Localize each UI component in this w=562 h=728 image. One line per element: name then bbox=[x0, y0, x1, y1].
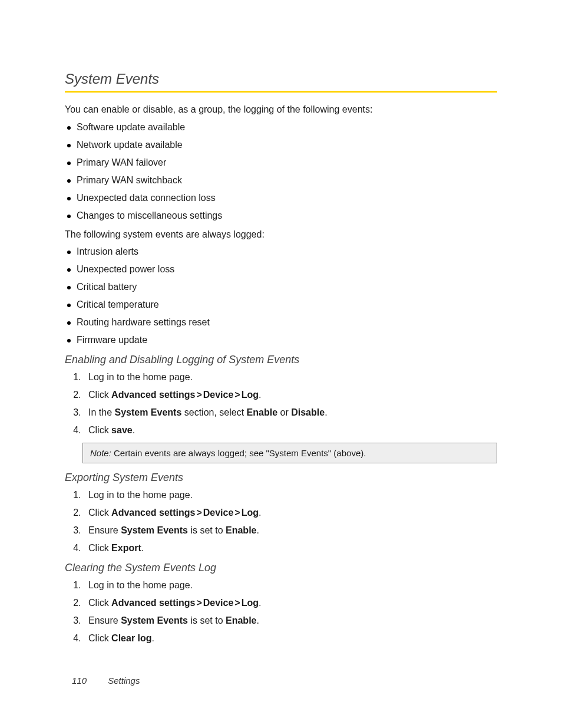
footer-section: Settings bbox=[108, 676, 140, 686]
list-item: Critical temperature bbox=[65, 299, 497, 310]
page-number: 110 bbox=[72, 676, 87, 686]
note-label: Note: bbox=[90, 448, 111, 458]
step-item: Click Export. bbox=[84, 543, 497, 554]
note-box: Note: Certain events are always logged; … bbox=[82, 443, 497, 463]
enable-steps: Log in to the home page. Click Advanced … bbox=[65, 372, 497, 436]
always-intro-paragraph: The following system events are always l… bbox=[65, 228, 497, 241]
section-heading-enable: Enabling and Disabling Logging of System… bbox=[65, 354, 497, 366]
list-item: Firmware update bbox=[65, 335, 497, 345]
always-logged-list: Intrusion alerts Unexpected power loss C… bbox=[65, 246, 497, 345]
step-item: Click Advanced settings>Device>Log. bbox=[84, 508, 497, 518]
list-item: Primary WAN failover bbox=[65, 157, 497, 168]
list-item: Unexpected power loss bbox=[65, 264, 497, 275]
document-page: System Events You can enable or disable,… bbox=[0, 0, 562, 644]
title-rule bbox=[65, 91, 497, 93]
list-item: Changes to miscellaneous settings bbox=[65, 210, 497, 221]
step-item: Click save. bbox=[84, 425, 497, 436]
step-item: Ensure System Events is set to Enable. bbox=[84, 615, 497, 626]
list-item: Intrusion alerts bbox=[65, 246, 497, 257]
list-item: Critical battery bbox=[65, 282, 497, 292]
list-item: Unexpected data connection loss bbox=[65, 193, 497, 203]
list-item: Primary WAN switchback bbox=[65, 175, 497, 186]
step-item: Ensure System Events is set to Enable. bbox=[84, 525, 497, 536]
page-footer: 110 Settings bbox=[72, 676, 140, 686]
step-item: Log in to the home page. bbox=[84, 372, 497, 383]
step-item: Click Clear log. bbox=[84, 633, 497, 644]
intro-paragraph: You can enable or disable, as a group, t… bbox=[65, 103, 497, 116]
toggleable-events-list: Software update available Network update… bbox=[65, 122, 497, 221]
list-item: Routing hardware settings reset bbox=[65, 317, 497, 328]
step-item: Log in to the home page. bbox=[84, 490, 497, 500]
step-item: Click Advanced settings>Device>Log. bbox=[84, 390, 497, 400]
page-title: System Events bbox=[65, 71, 497, 87]
clear-steps: Log in to the home page. Click Advanced … bbox=[65, 580, 497, 644]
export-steps: Log in to the home page. Click Advanced … bbox=[65, 490, 497, 554]
note-text: Certain events are always logged; see "S… bbox=[111, 448, 366, 458]
step-item: In the System Events section, select Ena… bbox=[84, 407, 497, 418]
section-heading-export: Exporting System Events bbox=[65, 472, 497, 484]
list-item: Software update available bbox=[65, 122, 497, 133]
step-item: Click Advanced settings>Device>Log. bbox=[84, 598, 497, 608]
list-item: Network update available bbox=[65, 140, 497, 150]
section-heading-clear: Clearing the System Events Log bbox=[65, 562, 497, 574]
step-item: Log in to the home page. bbox=[84, 580, 497, 591]
